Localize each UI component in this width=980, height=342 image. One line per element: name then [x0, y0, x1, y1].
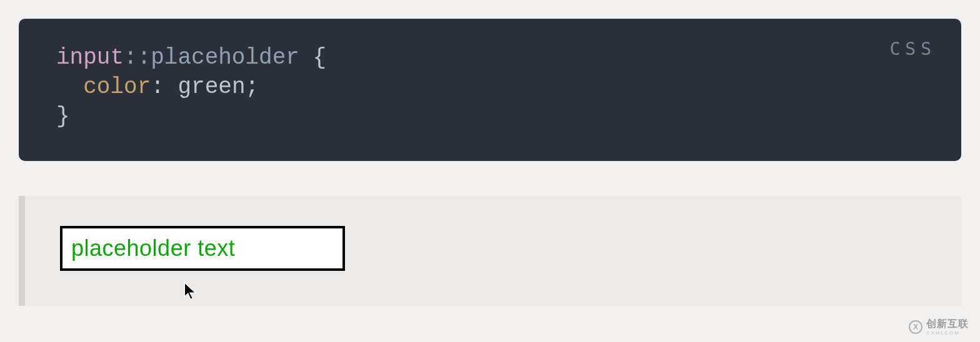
code-language-badge: CSS: [889, 39, 936, 59]
demo-input[interactable]: placeholder text: [60, 226, 345, 271]
watermark-logo-icon: X: [909, 320, 922, 334]
code-token-selector: input: [56, 45, 124, 71]
code-token-closebrace: }: [56, 104, 70, 129]
watermark-logo-letter: X: [913, 323, 918, 331]
demo-input-placeholder: placeholder text: [71, 235, 235, 261]
code-token-value: green: [178, 74, 245, 100]
code-token-property: color: [83, 74, 151, 100]
code-indent: [56, 74, 83, 100]
code-token-brace: {: [299, 45, 326, 71]
watermark: X 创新互联 CXHLCOM: [909, 318, 969, 336]
code-content: input::placeholder { color: green; }: [56, 44, 924, 131]
code-block: CSS input::placeholder { color: green; }: [19, 19, 961, 161]
code-token-space: [164, 74, 178, 100]
code-token-colon: :: [151, 74, 164, 100]
code-token-semicolon: ;: [246, 74, 259, 100]
watermark-text: 创新互联: [926, 318, 969, 329]
watermark-subtext: CXHLCOM: [926, 331, 969, 336]
code-token-pseudo: ::placeholder: [124, 45, 299, 71]
example-panel: placeholder text: [19, 196, 961, 306]
